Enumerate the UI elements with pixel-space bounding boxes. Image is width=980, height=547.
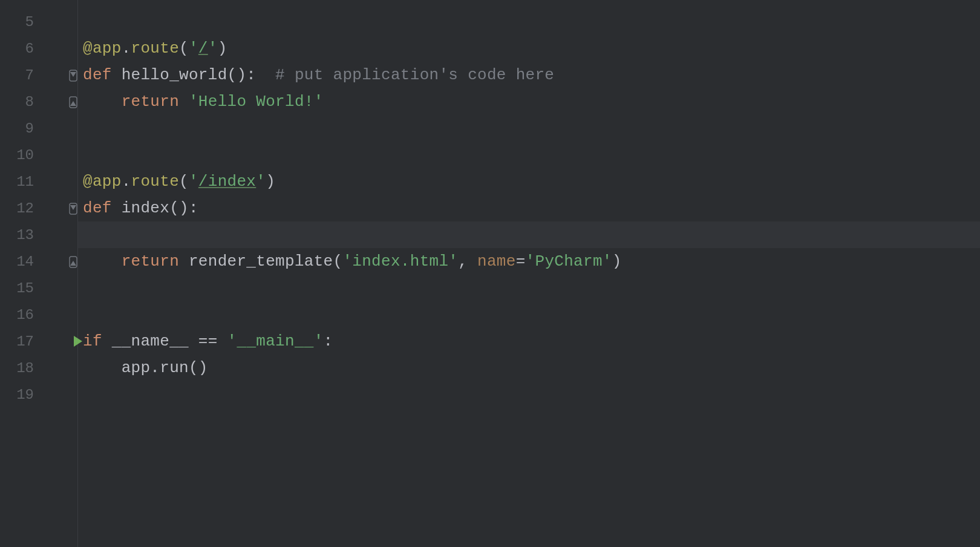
gutter-row: 7 (0, 62, 77, 88)
gutter-icons (34, 381, 77, 408)
code-token: , (458, 252, 477, 270)
code-token: ' (256, 172, 266, 191)
svg-marker-7 (70, 261, 76, 266)
gutter-row: 18 (0, 355, 77, 381)
gutter-icons (34, 168, 77, 195)
code-line[interactable]: @app.route('/index') (78, 168, 980, 195)
code-token: if (83, 332, 112, 350)
code-line[interactable]: @app.route('/') (78, 35, 980, 62)
code-token: hello_world (122, 66, 227, 84)
gutter-icons (34, 8, 77, 35)
line-number[interactable]: 17 (0, 333, 34, 350)
gutter-row: 14 (0, 248, 77, 275)
svg-marker-1 (70, 72, 76, 77)
code-line[interactable]: def index(): (78, 195, 980, 221)
gutter-icons (34, 275, 77, 301)
gutter-icons (34, 35, 77, 62)
code-line[interactable] (78, 115, 980, 142)
code-line[interactable] (78, 301, 980, 328)
code-token: (): (227, 66, 256, 84)
code-line[interactable] (78, 8, 980, 35)
line-number[interactable]: 7 (0, 67, 34, 84)
line-number[interactable]: 6 (0, 41, 34, 57)
code-token: : (324, 332, 333, 350)
code-token: . (122, 39, 131, 57)
code-token: route (131, 172, 180, 191)
line-number[interactable]: 14 (0, 254, 34, 270)
code-token: = (516, 252, 526, 270)
line-number[interactable]: 19 (0, 387, 34, 403)
code-editor[interactable]: 5678910111213141516171819 @app.route('/'… (0, 0, 980, 547)
code-token: ( (179, 39, 189, 57)
gutter-row: 17 (0, 328, 77, 355)
line-number[interactable]: 10 (0, 147, 34, 163)
code-token: run (160, 359, 189, 377)
gutter-icons (34, 355, 77, 381)
code-token: def (83, 199, 122, 217)
gutter-icons (34, 221, 77, 248)
code-token: route (131, 39, 180, 57)
code-token: app (122, 359, 151, 377)
line-number[interactable]: 5 (0, 14, 34, 30)
fold-open-icon[interactable] (69, 203, 77, 214)
code-token (256, 66, 275, 84)
code-line[interactable]: app.run() (78, 355, 980, 381)
gutter-row: 9 (0, 115, 77, 142)
line-number[interactable]: 8 (0, 94, 34, 110)
line-number[interactable]: 18 (0, 360, 34, 376)
code-token: == (189, 332, 227, 350)
code-token: ) (612, 252, 622, 270)
code-token: (): (169, 199, 198, 217)
svg-marker-5 (70, 205, 76, 210)
gutter-row: 5 (0, 8, 77, 35)
code-line[interactable] (78, 142, 980, 168)
code-token: () (189, 359, 208, 377)
code-line[interactable]: return 'Hello World!' (78, 88, 980, 115)
code-token: # put application's code here (275, 66, 554, 84)
gutter-row: 11 (0, 168, 77, 195)
code-token (83, 359, 122, 377)
code-line[interactable]: def hello_world(): # put application's c… (78, 62, 980, 88)
code-token: render_template (189, 252, 333, 270)
gutter-icons (34, 115, 77, 142)
code-token: ) (218, 39, 227, 57)
line-number[interactable]: 16 (0, 307, 34, 323)
code-token: . (150, 359, 160, 377)
gutter-icons (34, 62, 77, 88)
code-line[interactable]: return render_template('index.html', nam… (78, 248, 980, 275)
line-number[interactable]: 15 (0, 280, 34, 296)
code-token: /index (198, 172, 256, 191)
code-token: ' (189, 39, 198, 57)
gutter-icons (34, 195, 77, 221)
gutter-row: 19 (0, 381, 77, 408)
code-token: / (198, 39, 208, 57)
code-token: ( (333, 252, 343, 270)
code-area[interactable]: @app.route('/')def hello_world(): # put … (78, 0, 980, 547)
code-line[interactable] (78, 221, 980, 248)
code-token: 'index.html' (342, 252, 458, 270)
line-number[interactable]: 13 (0, 227, 34, 243)
gutter-icons (34, 142, 77, 168)
code-line[interactable] (78, 275, 980, 301)
gutter-row: 10 (0, 142, 77, 168)
code-token: ( (179, 172, 189, 191)
code-token: @app (83, 172, 122, 191)
code-token: index (122, 199, 170, 217)
code-token: 'Hello World!' (189, 93, 324, 111)
svg-marker-3 (70, 101, 76, 106)
line-number[interactable]: 11 (0, 174, 34, 190)
gutter-row: 8 (0, 88, 77, 115)
code-token (83, 93, 122, 111)
code-token (83, 252, 122, 270)
fold-close-icon[interactable] (69, 256, 77, 267)
fold-open-icon[interactable] (69, 70, 77, 80)
fold-close-icon[interactable] (69, 96, 77, 107)
line-number[interactable]: 12 (0, 200, 34, 217)
code-token: return (122, 93, 189, 111)
gutter-icons (34, 328, 77, 355)
code-line[interactable]: if __name__ == '__main__': (78, 328, 980, 355)
gutter-icons (34, 248, 77, 275)
line-number[interactable]: 9 (0, 120, 34, 137)
code-line[interactable] (78, 381, 980, 408)
code-token: __name__ (112, 332, 189, 350)
